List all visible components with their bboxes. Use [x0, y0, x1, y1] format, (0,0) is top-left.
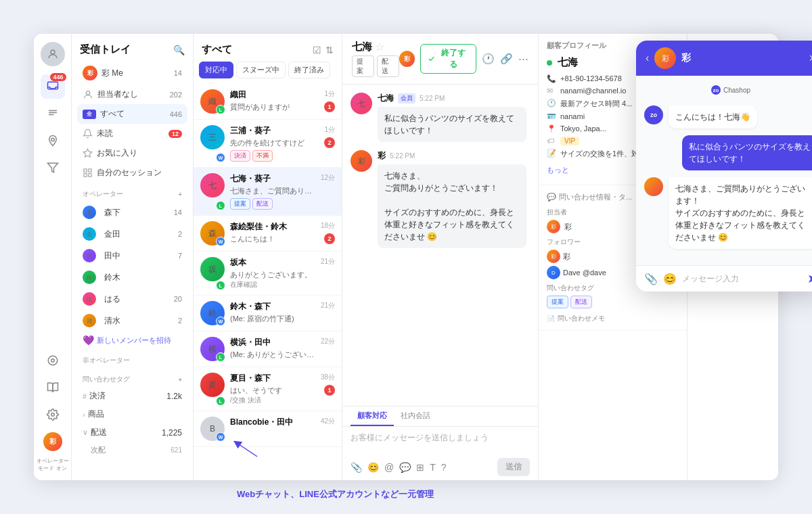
star-btn[interactable]: ☆ — [375, 41, 384, 53]
conv-item-moegi[interactable]: 森 W 森絵梨佳・鈴木 こんにちは！ 18分 2 — [194, 216, 342, 252]
svg-marker-3 — [47, 163, 58, 172]
conv-item-blancobie[interactable]: B W Blancobie・田中 42分 — [194, 411, 342, 447]
tag-haisou-badge: 配送 — [252, 198, 273, 210]
inbox-item-me[interactable]: 彩 彩 Me 14 — [77, 62, 187, 85]
mobile-input-field[interactable]: メッセージ入力 — [682, 273, 802, 285]
tab-snoozed[interactable]: スヌーズ中 — [236, 62, 286, 78]
operator-shimizu[interactable]: 清 清水 2 — [77, 310, 187, 331]
invite-member-btn[interactable]: 💜 新しいメンバーを招待 — [77, 331, 187, 349]
svg-point-5 — [51, 359, 54, 363]
nav-mentions[interactable] — [41, 101, 65, 126]
conv-list: 織 L 織田 質問がありますが 1分 1 三 — [194, 84, 342, 480]
sakamoto-meta: 21分 — [321, 257, 335, 289]
svg-rect-11 — [84, 174, 87, 177]
search-icon[interactable]: 🔍 — [173, 45, 185, 55]
quote-icon[interactable]: 💬 — [399, 462, 411, 473]
miura-content: 三浦・葵子 先の件を続けてすけど 決済 不満 — [230, 125, 319, 162]
tag-haisou-sub[interactable]: 次配 621 — [77, 442, 187, 459]
mobile-back-btn[interactable]: ‹ — [646, 52, 649, 64]
operator-msg-time: 5:22 PM — [390, 152, 415, 160]
conv-item-oda[interactable]: 織 L 織田 質問がありますが 1分 1 — [194, 84, 342, 120]
svg-point-2 — [51, 138, 54, 141]
inbox-item-none[interactable]: 担当者なし 202 — [77, 85, 187, 104]
input-tab-customer[interactable]: 顧客対応 — [351, 406, 394, 426]
inbox-item-favorites[interactable]: お気に入り — [77, 143, 187, 163]
tag-kessai[interactable]: # 決済 1.2k — [77, 387, 187, 405]
operator-kaneda[interactable]: 金 金田 2 — [77, 223, 187, 245]
tanaka-count: 7 — [178, 252, 182, 260]
emoji-icon[interactable]: 😊 — [367, 462, 379, 473]
tag-icon: 🏷 — [547, 137, 556, 145]
mobile-attach-icon[interactable]: 📎 — [644, 273, 658, 285]
miura-msg: 先の件を続けてすけど — [230, 138, 319, 148]
inbox-item-sessions[interactable]: 自分のセッション — [77, 163, 187, 183]
mobile-operator-name: 彩 — [681, 52, 691, 64]
chat-input-tabs: 顧客対応 社内会話 — [342, 406, 538, 427]
mobile-emoji-icon[interactable]: 😊 — [663, 273, 677, 285]
inbox-title: 受信トレイ — [80, 43, 131, 56]
chat-tag-teian: 提案 — [352, 55, 374, 77]
user-avatar[interactable] — [41, 42, 65, 66]
operator-morishita[interactable]: 森 森下 14 — [77, 202, 187, 223]
operator-tanaka[interactable]: 田 田中 7 — [77, 245, 187, 266]
inquiry-memo-label: 📄 問い合わせメモ — [547, 314, 679, 323]
nav-profile[interactable]: 彩 — [41, 429, 65, 454]
clock-icon[interactable]: 🕐 — [482, 53, 495, 65]
memo-icon: 📝 — [547, 149, 556, 158]
nanami-meta: 12分 — [321, 173, 335, 210]
conv-item-nanami[interactable]: 七 L 七海・葵子 七海さま、ご質問ありがとご... 提案 配送 12分 — [194, 168, 342, 216]
mobile-close-btn[interactable]: × — [809, 51, 812, 66]
chat-input-placeholder[interactable]: お客様にメッセージを送信しましょう — [342, 427, 538, 454]
inquiry-tag-haisou: 配送 — [570, 296, 592, 308]
nav-location[interactable] — [41, 128, 65, 153]
nav-inbox[interactable]: 446 — [41, 74, 65, 99]
kaneda-avatar: 金 — [83, 227, 96, 241]
mobile-bot-avatar: zo — [644, 106, 663, 124]
attach-icon[interactable]: 📎 — [351, 462, 362, 473]
mobile-overlay: ‹ 彩 彩 × zo Chashop zo こんにちは！七海👋 私に似合うパンツ… — [636, 41, 812, 291]
send-button[interactable]: 送信 — [497, 458, 530, 476]
sort-icon[interactable]: ⇅ — [325, 45, 334, 55]
inbox-item-unread[interactable]: 未読 12 — [77, 124, 187, 143]
link-icon[interactable]: 🔗 — [500, 53, 513, 65]
tab-closed[interactable]: 終了済み — [288, 62, 330, 78]
nav-filter[interactable] — [41, 156, 65, 180]
operator-haru[interactable]: は はる 20 — [77, 288, 187, 310]
input-tab-internal[interactable]: 社内会話 — [394, 406, 437, 426]
annotation-bottom: Webチャット、LINE公式アカウントなど一元管理 — [237, 488, 434, 500]
text-format-icon[interactable]: T — [430, 462, 436, 473]
help-icon[interactable]: ? — [441, 462, 447, 473]
nav-book[interactable] — [41, 375, 65, 400]
email-icon: ✉ — [547, 87, 556, 95]
none-label: 担当者なし — [97, 89, 138, 100]
add-operator-btn[interactable]: + — [178, 191, 182, 198]
nav-circle[interactable] — [41, 348, 65, 373]
mention-icon[interactable]: @ — [384, 462, 394, 473]
tab-active[interactable]: 対応中 — [199, 62, 233, 78]
tag-shohin[interactable]: › 商品 — [77, 405, 187, 423]
more-icon[interactable]: ⋯ — [518, 53, 528, 65]
yokohama-name: 横浜・田中 — [230, 337, 315, 348]
location-icon: 📍 — [547, 124, 556, 133]
nanami-channel-badge: L — [216, 201, 225, 210]
conv-item-sakamoto[interactable]: 坂 L 坂本 ありがとうございます。 在庫確認 21分 — [194, 252, 342, 296]
inquiry-tag-teian: 提案 — [547, 296, 568, 308]
conv-item-natsume[interactable]: 夏 L 夏目・森下 はい、そうです /交換 決済 38分 1 — [194, 367, 342, 411]
operator-msg-meta: 彩 5:22 PM — [378, 150, 530, 162]
check-icon[interactable]: ☑ — [313, 45, 321, 55]
conv-item-suzuki2[interactable]: 鈴 W 鈴木・森下 (Me: 原宿の竹下通) 21分 — [194, 296, 342, 331]
morishita-count: 14 — [174, 208, 182, 216]
conv-item-miura[interactable]: 三 W 三浦・葵子 先の件を続けてすけど 決済 不満 1分 2 — [194, 120, 342, 168]
msg-row-1: 彩 彩 5:22 PM 七海さま、 ご質問ありがとうございます！ サイズのおすす… — [351, 150, 530, 248]
inbox-item-all[interactable]: 全 すべて 446 — [77, 104, 187, 124]
oda-content: 織田 質問がありますが — [230, 89, 319, 114]
mobile-send-btn[interactable]: ➤ — [807, 271, 812, 286]
conv-item-yokohama[interactable]: 横 L 横浜・田中 (Me: ありがとうございます！) 22分 — [194, 331, 342, 367]
finish-button[interactable]: 終了する — [420, 44, 476, 74]
add-tag-btn[interactable]: + — [178, 376, 182, 383]
nav-settings[interactable] — [41, 402, 65, 427]
tag-haisou[interactable]: ∨ 配送 1,225 — [77, 423, 187, 442]
operator-suzuki[interactable]: 鈴 鈴木 — [77, 266, 187, 288]
moegi-time: 18分 — [321, 221, 335, 231]
template-icon[interactable]: ⊞ — [416, 462, 424, 473]
